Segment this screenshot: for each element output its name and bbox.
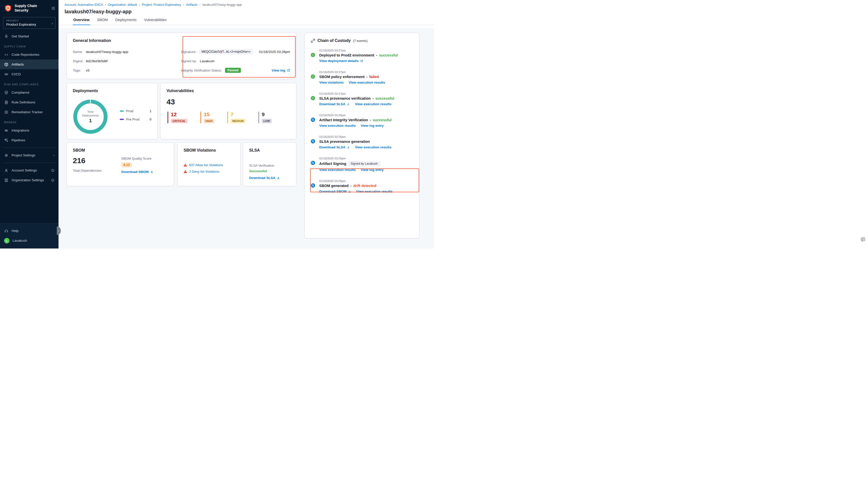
legend-item-preprod: Pre Prod 0 xyxy=(120,117,152,121)
legend-label: Pre Prod xyxy=(126,117,139,121)
sidebar-item-artifacts[interactable]: Artifacts xyxy=(0,59,58,69)
sidebar-item-cicd[interactable]: CI/CD xyxy=(0,69,58,79)
chevron-right-icon: › xyxy=(54,153,55,157)
allow-list-violations-link[interactable]: 637 Allow list Violations xyxy=(189,163,223,167)
view-execution-results-link[interactable]: View execution results xyxy=(319,168,356,172)
sidebar-item-pipelines[interactable]: Pipelines xyxy=(0,135,58,145)
breadcrumb-project[interactable]: Project: Product Exploratory xyxy=(142,3,181,6)
download-sbom-link[interactable]: Download SBOM xyxy=(319,189,351,193)
project-selector[interactable]: PROJECT Product Exploratory › xyxy=(3,17,56,29)
view-log-entry-link[interactable]: View log entry xyxy=(361,124,383,128)
download-slsa-link[interactable]: Download SLSA xyxy=(249,176,280,180)
severity-breakdown: 12 CRITICAL 15 HIGH 7 MEDIUM 9 LOW xyxy=(168,112,290,123)
download-icon xyxy=(348,190,351,193)
scan-step-icon xyxy=(311,183,315,188)
sidebar-item-get-started[interactable]: Get Started xyxy=(0,31,58,41)
tags-value: v5 xyxy=(86,69,89,72)
sidebar-item-remediation-tracker[interactable]: Remediation Tracker xyxy=(0,107,58,117)
sbom-total-label: Total Dependencies xyxy=(73,169,101,172)
event-status: successful xyxy=(376,96,394,100)
digest-label: Digest: xyxy=(73,59,86,63)
scan-step-icon xyxy=(311,117,315,122)
donut-total-value: 1 xyxy=(89,118,92,124)
download-sbom-link[interactable]: Download SBOM xyxy=(121,170,153,174)
deny-list-violations-link[interactable]: 2 Deny list Violations xyxy=(189,170,219,173)
legend-swatch-preprod xyxy=(120,119,124,120)
sidebar-item-project-settings[interactable]: Project Settings › xyxy=(0,150,58,160)
digest-value: 8d23bd3b5d8f xyxy=(86,59,108,63)
breadcrumb-organization[interactable]: Organization: default xyxy=(108,3,137,6)
info-icon[interactable] xyxy=(51,179,55,182)
tab-overview[interactable]: Overview xyxy=(73,18,90,25)
pipeline-step-icon xyxy=(311,74,315,79)
warning-icon xyxy=(184,170,187,173)
breadcrumb-separator: › xyxy=(105,3,106,6)
tab-deployments[interactable]: Deployments xyxy=(115,18,137,25)
signed-by-value: Lavakush xyxy=(200,59,214,63)
app-logo-icon xyxy=(4,4,12,12)
apps-grid-icon[interactable] xyxy=(52,6,55,10)
sidebar-item-integrations[interactable]: Integrations xyxy=(0,126,58,135)
view-log-link[interactable]: View log xyxy=(271,69,290,72)
view-execution-results-link[interactable]: View execution results xyxy=(355,145,391,149)
breadcrumb-account[interactable]: Account: Automation-SSCA xyxy=(65,3,103,6)
severity-badge: LOW xyxy=(262,119,272,123)
scan-step-icon xyxy=(311,161,315,165)
main-content: General Information Name: lavakush07/eas… xyxy=(58,28,434,248)
download-icon xyxy=(347,146,350,149)
view-execution-results-link[interactable]: View execution results xyxy=(355,102,391,106)
severity-count: 7 xyxy=(230,112,246,117)
view-execution-results-link[interactable]: View execution results xyxy=(356,189,393,193)
breadcrumb-separator: › xyxy=(139,3,140,6)
sidebar-item-label: Artifacts xyxy=(12,62,24,66)
name-value: lavakush07/easy-buggy-app xyxy=(86,50,128,54)
tab-bar: Overview SBOM Deployments Vulnerabilitie… xyxy=(58,18,434,25)
sbom-violations-card: SBOM Violations 637 Allow list Violation… xyxy=(177,142,241,186)
breadcrumb-artifacts[interactable]: Artifacts xyxy=(186,3,197,6)
external-link-icon xyxy=(360,59,363,62)
app-title: Supply Chain Security xyxy=(15,4,40,13)
severity-medium: 7 MEDIUM xyxy=(227,112,246,123)
view-deployment-details-link[interactable]: View deployment details xyxy=(319,59,363,63)
download-slsa-link[interactable]: Download SLSA xyxy=(319,102,350,106)
download-slsa-link[interactable]: Download SLSA xyxy=(319,145,350,149)
card-title: General Information xyxy=(73,39,290,43)
event-slsa-provenance-generation: 01/16/2025 03:26pm SLSA provenance gener… xyxy=(311,135,413,149)
sidebar-header: Supply Chain Security xyxy=(0,0,58,16)
tab-sbom[interactable]: SBOM xyxy=(97,18,109,25)
name-label: Name: xyxy=(73,50,86,54)
view-log-entry-link[interactable]: View log entry xyxy=(361,168,383,172)
sidebar-item-label: Organization Settings xyxy=(12,178,44,182)
vulnerabilities-total: 43 xyxy=(167,98,290,106)
sidebar-item-organization-settings[interactable]: Organization Settings xyxy=(0,175,58,185)
sidebar-user[interactable]: L Lavakush xyxy=(0,236,58,245)
sidebar-item-compliance[interactable]: Compliance xyxy=(0,88,58,97)
general-information-card: General Information Name: lavakush07/eas… xyxy=(67,33,296,79)
view-violations-link[interactable]: View violations xyxy=(319,81,344,84)
severity-critical: 12 CRITICAL xyxy=(168,112,187,123)
card-title: Deployments xyxy=(73,89,152,93)
sidebar-item-code-repositories[interactable]: Code Repositories xyxy=(0,50,58,59)
tab-vulnerabilities[interactable]: Vulnerabilities xyxy=(144,18,167,25)
event-separator: - xyxy=(376,53,377,57)
event-title: Deployed to Prod2 environment xyxy=(319,53,374,57)
sidebar-item-rule-definitions[interactable]: Rule Definitions xyxy=(0,97,58,107)
severity-count: 9 xyxy=(262,112,272,117)
pipeline-step-icon xyxy=(311,96,315,100)
breadcrumb: Account: Automation-SSCA › Organization:… xyxy=(58,0,434,6)
legend-item-prod: Prod 1 xyxy=(120,109,152,113)
infinity-icon xyxy=(4,72,9,76)
sidebar-item-help[interactable]: Help xyxy=(0,226,58,236)
view-execution-results-link[interactable]: View execution results xyxy=(349,81,385,84)
sidebar-footer: Help L Lavakush xyxy=(0,223,58,248)
chain-title: Chain of Custody xyxy=(318,39,351,43)
tags-row: Tags: v5 xyxy=(73,68,181,73)
sidebar-item-label: Integrations xyxy=(12,129,29,132)
sidebar-item-account-settings[interactable]: Account Settings xyxy=(0,166,58,175)
event-separator: - xyxy=(350,184,352,188)
sidebar-item-label: Remediation Tracker xyxy=(12,110,43,114)
sidebar-section-manage: MANAGE xyxy=(0,117,58,126)
signature-date: 01/16/2025 03:26pm xyxy=(259,50,290,54)
info-icon[interactable] xyxy=(51,169,55,172)
view-execution-results-link[interactable]: View execution results xyxy=(319,124,356,128)
